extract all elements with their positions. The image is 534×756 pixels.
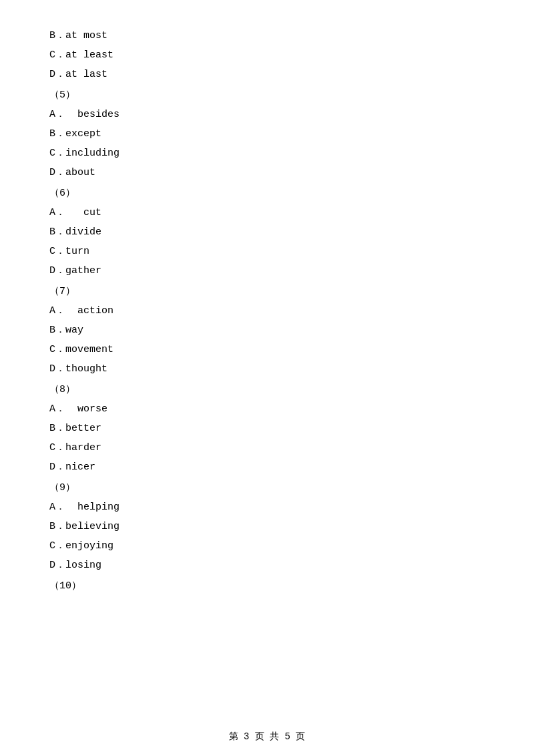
question-group-7: （7） A． action B．way C．movement D．thought xyxy=(47,282,487,378)
footer-text: 第 3 页 共 5 页 xyxy=(229,731,306,742)
page-content: B．at most C．at least D．at last （5） A． be… xyxy=(0,0,534,638)
question-number-6: （6） xyxy=(47,184,487,202)
q8-option-a: A． worse xyxy=(47,400,487,418)
q8-option-d: D．nicer xyxy=(47,458,487,476)
question-number-8: （8） xyxy=(47,381,487,399)
q6-option-c: C．turn xyxy=(47,242,487,260)
q6-option-a: A． cut xyxy=(47,204,487,222)
q5-option-d: D．about xyxy=(47,164,487,182)
question-group-10: （10） xyxy=(47,577,487,595)
question-number-9: （9） xyxy=(47,479,487,497)
q7-option-d: D．thought xyxy=(47,360,487,378)
question-group-5: （5） A． besides B．except C．including D．ab… xyxy=(47,86,487,182)
question-group-top: B．at most C．at least D．at last xyxy=(47,27,487,83)
question-group-8: （8） A． worse B．better C．harder D．nicer xyxy=(47,381,487,476)
q9-option-d: D．losing xyxy=(47,556,487,574)
q6-option-b: B．divide xyxy=(47,223,487,241)
q9-option-a: A． helping xyxy=(47,498,487,516)
q9-option-b: B．believing xyxy=(47,518,487,536)
page-footer: 第 3 页 共 5 页 xyxy=(0,731,534,743)
q8-option-c: C．harder xyxy=(47,439,487,457)
q7-option-c: C．movement xyxy=(47,341,487,359)
q7-option-b: B．way xyxy=(47,321,487,339)
question-group-9: （9） A． helping B．believing C．enjoying D．… xyxy=(47,479,487,574)
option-d-at-last: D．at last xyxy=(47,65,487,83)
question-group-6: （6） A． cut B．divide C．turn D．gather xyxy=(47,184,487,280)
question-number-10: （10） xyxy=(47,577,487,595)
question-number-5: （5） xyxy=(47,86,487,104)
q6-option-d: D．gather xyxy=(47,262,487,280)
option-c-at-least: C．at least xyxy=(47,46,487,64)
q7-option-a: A． action xyxy=(47,302,487,320)
q5-option-b: B．except xyxy=(47,125,487,143)
question-number-7: （7） xyxy=(47,282,487,301)
q8-option-b: B．better xyxy=(47,419,487,437)
q9-option-c: C．enjoying xyxy=(47,537,487,555)
option-b-at-most: B．at most xyxy=(47,27,487,45)
q5-option-c: C．including xyxy=(47,144,487,162)
q5-option-a: A． besides xyxy=(47,106,487,124)
